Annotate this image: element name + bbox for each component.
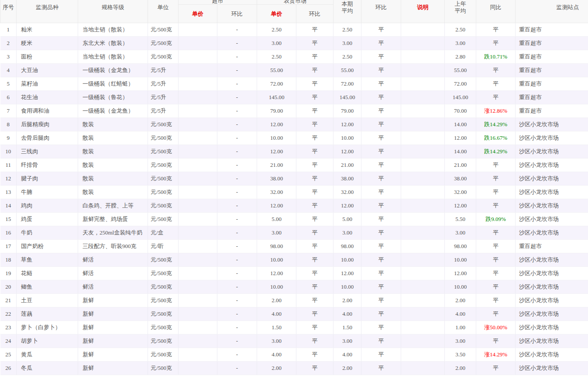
last-year-avg: 145.00 <box>445 91 476 104</box>
supermarket-mom: - <box>217 280 257 294</box>
note <box>401 362 445 375</box>
note <box>401 186 445 199</box>
variety: 土豆 <box>17 294 78 307</box>
unit: 元/5升 <box>148 64 179 77</box>
table-row: 23萝卜（白萝卜）新鲜元/500克-1.50平1.50平1.00涨50.00%沙… <box>0 321 588 335</box>
supermarket-price <box>179 145 217 159</box>
row-no: 22 <box>0 307 17 321</box>
unit: 元/500克 <box>148 37 179 50</box>
station: 沙区小龙坎市场 <box>516 159 588 172</box>
supermarket-price <box>179 321 217 335</box>
last-year-avg: 14.00 <box>445 118 476 131</box>
farmers-market-mom: 平 <box>296 186 334 199</box>
last-year-avg: 3.00 <box>445 226 476 240</box>
variety: 花鲢 <box>17 267 78 280</box>
supermarket-price <box>179 118 217 131</box>
yoy: 平 <box>476 77 516 91</box>
period-avg: 5.00 <box>334 213 361 226</box>
row-no: 17 <box>0 240 17 253</box>
note <box>401 280 445 294</box>
avg-mom: 平 <box>361 145 401 159</box>
last-year-avg: 12.00 <box>445 199 476 213</box>
supermarket-mom: - <box>217 118 257 131</box>
variety: 花生油 <box>17 91 78 104</box>
avg-mom: 平 <box>361 294 401 307</box>
row-no: 13 <box>0 186 17 199</box>
farmers-market-mom: 平 <box>296 240 334 253</box>
note <box>401 104 445 118</box>
row-no: 20 <box>0 280 17 294</box>
table-row: 12腱子肉散装元/500克-38.00平38.00平38.00平沙区小龙坎市场 <box>0 172 588 186</box>
station: 沙区小龙坎市场 <box>516 199 588 213</box>
note <box>401 118 445 131</box>
avg-mom: 平 <box>361 186 401 199</box>
supermarket-price <box>179 23 217 37</box>
farmers-market-price: 79.00 <box>257 104 296 118</box>
supermarket-price <box>179 294 217 307</box>
note <box>401 77 445 91</box>
unit: 元/500克 <box>148 294 179 307</box>
unit: 元/500克 <box>148 199 179 213</box>
variety: 纤排骨 <box>17 159 78 172</box>
supermarket-mom: - <box>217 199 257 213</box>
page: 序号 监测品种 规格等级 单位 超市 农贸市场 本期 平均 环比 说明 上年 平… <box>0 0 588 376</box>
supermarket-price <box>179 186 217 199</box>
station: 沙区小龙坎市场 <box>516 307 588 321</box>
avg-mom: 平 <box>361 131 401 145</box>
row-no: 2 <box>0 37 17 50</box>
supermarket-price <box>179 77 217 91</box>
table-row: 21土豆新鲜元/500克-2.00平2.00平2.00平沙区小龙坎市场 <box>0 294 588 307</box>
supermarket-price <box>179 253 217 267</box>
note <box>401 91 445 104</box>
spec: 天友，250ml盒装纯牛奶 <box>78 226 148 240</box>
supermarket-price <box>179 104 217 118</box>
avg-mom: 平 <box>361 280 401 294</box>
col-header-variety: 监测品种 <box>17 0 78 23</box>
last-year-avg: 5.50 <box>445 213 476 226</box>
yoy: 平 <box>476 335 516 348</box>
note <box>401 321 445 335</box>
avg-mom: 平 <box>361 240 401 253</box>
spec: 鲜活 <box>78 267 148 280</box>
last-year-avg: 12.00 <box>445 131 476 145</box>
yoy: 平 <box>476 280 516 294</box>
row-no: 21 <box>0 294 17 307</box>
row-no: 11 <box>0 159 17 172</box>
table-row: 24胡萝卜新鲜元/500克-3.00平3.00平3.00平沙区小龙坎市场 <box>0 335 588 348</box>
supermarket-mom: - <box>217 253 257 267</box>
variety: 黄瓜 <box>17 348 78 362</box>
unit: 元/5升 <box>148 104 179 118</box>
period-avg: 12.00 <box>334 145 361 159</box>
variety: 大豆油 <box>17 64 78 77</box>
farmers-market-price: 72.00 <box>257 77 296 91</box>
row-no: 8 <box>0 118 17 131</box>
last-year-avg: 55.00 <box>445 64 476 77</box>
variety: 菜籽油 <box>17 77 78 91</box>
table-row: 16牛奶天友，250ml盒装纯牛奶元/盒-3.00平3.00平3.00平沙区小龙… <box>0 226 588 240</box>
note <box>401 199 445 213</box>
unit: 元/听 <box>148 240 179 253</box>
table-body: 1籼米当地主销（散装）元/500克-2.50平2.50平2.50平重百超市2粳米… <box>0 23 588 375</box>
farmers-market-mom: 平 <box>296 335 334 348</box>
spec: 一级桶装（金龙鱼） <box>78 104 148 118</box>
yoy: 涨12.86% <box>476 104 516 118</box>
supermarket-mom: - <box>217 213 257 226</box>
yoy: 跌10.71% <box>476 50 516 64</box>
supermarket-price <box>179 199 217 213</box>
farmers-market-mom: 平 <box>296 294 334 307</box>
supermarket-price <box>179 362 217 375</box>
farmers-market-price: 2.50 <box>257 50 296 64</box>
supermarket-mom: - <box>217 91 257 104</box>
supermarket-mom: - <box>217 77 257 91</box>
unit: 元/500克 <box>148 159 179 172</box>
supermarket-price <box>179 280 217 294</box>
supermarket-mom: - <box>217 267 257 280</box>
header-row-groups: 序号 监测品种 规格等级 单位 超市 农贸市场 本期 平均 环比 说明 上年 平… <box>0 0 588 5</box>
unit: 元/500克 <box>148 145 179 159</box>
period-avg: 12.00 <box>334 118 361 131</box>
yoy: 平 <box>476 294 516 307</box>
unit: 元/500克 <box>148 348 179 362</box>
yoy: 平 <box>476 307 516 321</box>
variety: 胡萝卜 <box>17 335 78 348</box>
note <box>401 240 445 253</box>
